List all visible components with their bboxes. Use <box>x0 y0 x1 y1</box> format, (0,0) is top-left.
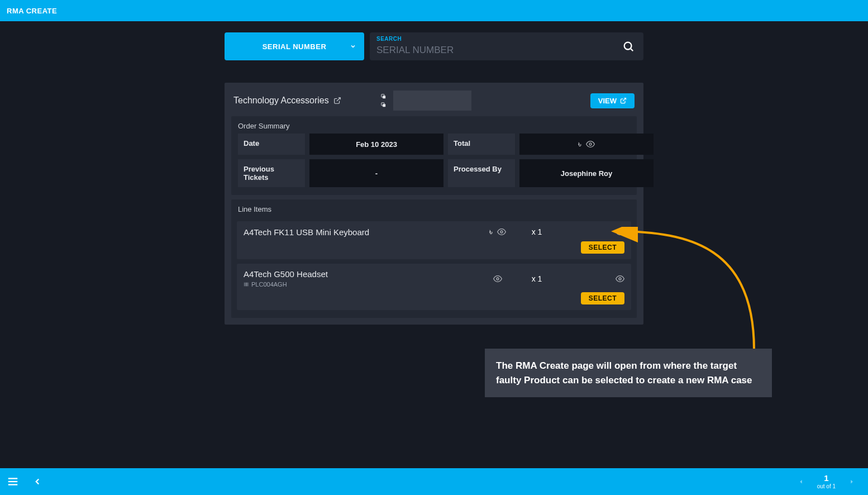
select-button[interactable]: SELECT <box>581 292 624 304</box>
currency-icon: ৳ <box>578 139 581 149</box>
pager: 1 out of 1 <box>798 474 855 489</box>
eye-icon[interactable] <box>497 227 506 236</box>
eye-icon[interactable] <box>493 274 502 283</box>
copy-icon[interactable] <box>380 93 387 99</box>
summary-date-value: Feb 10 2023 <box>309 134 443 155</box>
pager-total: out of 1 <box>817 483 836 489</box>
svg-line-1 <box>631 49 633 51</box>
summary-total-value: ৳ <box>519 134 654 155</box>
eye-icon[interactable] <box>586 140 595 149</box>
svg-marker-22 <box>800 480 802 484</box>
svg-rect-11 <box>244 283 245 287</box>
line-item-price: ৳ <box>478 227 517 237</box>
line-item-name: A4Tech FK11 USB Mini Keyboard <box>244 227 478 237</box>
company-name-link[interactable]: Technology Accessories <box>233 96 341 106</box>
page-title: RMA CREATE <box>7 7 57 15</box>
menu-icon[interactable] <box>7 475 19 488</box>
search-row: SERIAL NUMBER SEARCH <box>225 32 643 60</box>
external-link-icon <box>620 97 627 104</box>
bottom-bar: 1 out of 1 <box>0 468 868 495</box>
line-item: A4Tech FK11 USB Mini Keyboard ৳ x 1 SELE… <box>237 221 631 259</box>
pager-next-icon[interactable] <box>849 478 855 486</box>
eye-icon[interactable] <box>616 227 624 236</box>
annotation-tooltip: The RMA Create page will open from where… <box>485 349 772 397</box>
work-area: SERIAL NUMBER SEARCH Technology Accessor… <box>0 21 868 468</box>
line-item-name: A4Tech G500 Headset <box>244 269 478 279</box>
line-items-panel: Line Items A4Tech FK11 USB Mini Keyboard… <box>231 199 637 318</box>
line-items-title: Line Items <box>231 199 637 217</box>
summary-prev-label: Previous Tickets <box>238 159 305 187</box>
line-item: A4Tech G500 Headset PLC004AGH x 1 <box>237 264 631 310</box>
view-button[interactable]: VIEW <box>590 93 635 108</box>
line-item-qty: x 1 <box>517 274 556 283</box>
copy-icons <box>380 93 387 108</box>
select-button[interactable]: SELECT <box>581 241 624 254</box>
order-summary-panel: Order Summary Date Feb 10 2023 Total ৳ P… <box>231 116 637 195</box>
order-summary-title: Order Summary <box>231 116 637 134</box>
top-bar: RMA CREATE <box>0 0 868 21</box>
barcode-icon <box>244 282 249 287</box>
pager-prev-icon[interactable] <box>798 478 804 486</box>
svg-point-10 <box>619 231 621 233</box>
search-type-label: SERIAL NUMBER <box>263 42 327 51</box>
svg-marker-23 <box>851 480 852 484</box>
line-item-serial: PLC004AGH <box>244 281 478 288</box>
order-card: Technology Accessories VIEW Order Summar… <box>225 83 643 325</box>
chevron-down-icon <box>350 43 356 50</box>
order-card-header: Technology Accessories VIEW <box>231 89 637 115</box>
pager-current: 1 <box>817 474 836 483</box>
svg-point-9 <box>500 231 503 233</box>
search-icon[interactable] <box>622 40 635 53</box>
svg-point-0 <box>624 42 632 50</box>
summary-processed-label: Processed By <box>448 159 515 187</box>
svg-line-2 <box>337 98 340 101</box>
summary-total-label: Total <box>448 134 515 155</box>
svg-rect-13 <box>246 283 246 287</box>
search-field-label: SEARCH <box>376 36 402 42</box>
order-summary-grid: Date Feb 10 2023 Total ৳ Previous Ticket… <box>231 134 637 192</box>
summary-date-label: Date <box>238 134 305 155</box>
currency-icon: ৳ <box>489 227 493 237</box>
summary-prev-value: - <box>309 159 443 187</box>
back-icon[interactable] <box>32 477 42 487</box>
line-item-price <box>478 274 517 283</box>
svg-rect-15 <box>248 283 249 287</box>
search-input[interactable] <box>376 37 637 56</box>
copy-icon[interactable] <box>380 102 387 108</box>
svg-point-8 <box>589 143 592 145</box>
search-field: SEARCH <box>370 32 643 60</box>
line-item-qty: x 1 <box>517 227 556 236</box>
content: SERIAL NUMBER SEARCH Technology Accessor… <box>225 32 643 325</box>
svg-point-17 <box>619 278 621 280</box>
eye-icon[interactable] <box>616 274 624 283</box>
search-type-dropdown[interactable]: SERIAL NUMBER <box>225 32 364 60</box>
company-logo-placeholder <box>393 91 471 111</box>
svg-point-16 <box>497 278 499 280</box>
svg-line-7 <box>623 98 626 102</box>
summary-processed-value: Josephine Roy <box>519 159 654 187</box>
